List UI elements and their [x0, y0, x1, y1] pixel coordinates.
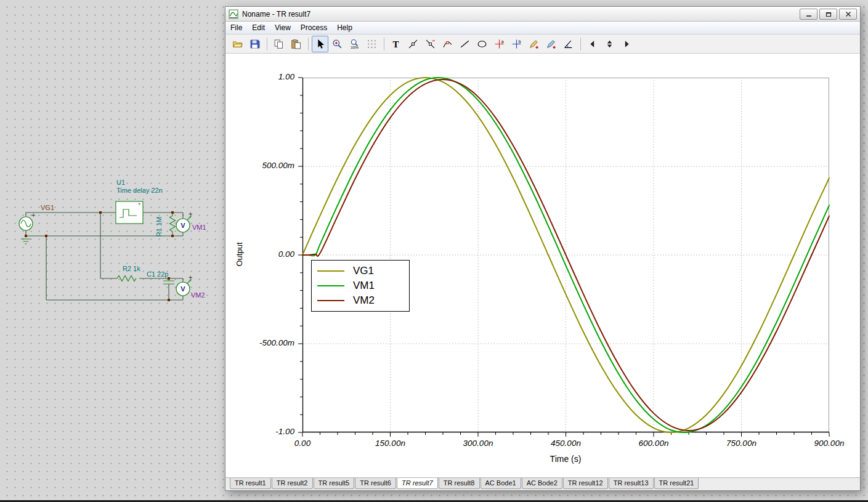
x-tick-label: 300.00n: [450, 439, 506, 448]
app-icon: [229, 9, 238, 19]
capacitor-c1[interactable]: [163, 281, 174, 284]
legend-swatch: [317, 300, 344, 301]
tab-tr-result2[interactable]: TR result2: [272, 478, 313, 489]
plot-area[interactable]: VG1VM1VM2: [302, 78, 829, 432]
label-vm2: VM2: [191, 291, 205, 299]
toggle-grid-button[interactable]: [363, 36, 380, 52]
select-cursor-button[interactable]: [312, 36, 328, 52]
tab-tr-result12[interactable]: TR result12: [563, 478, 608, 489]
y-tick-label: 0.00: [225, 249, 294, 259]
y-tick-label: 1.00: [225, 72, 294, 81]
cursor-b-button[interactable]: [508, 36, 525, 52]
plus-sign: +: [189, 210, 192, 217]
maximize-button[interactable]: [819, 9, 837, 20]
menu-help[interactable]: Help: [332, 22, 357, 33]
maximize-icon: [825, 11, 832, 17]
tangent2-icon: [425, 39, 436, 49]
x-tick-label: 750.00n: [714, 439, 769, 448]
tangent-tool-button[interactable]: [405, 36, 421, 52]
grid-icon: [367, 39, 377, 49]
arrow-right-icon: [622, 39, 632, 49]
marker-tool-button[interactable]: [439, 36, 456, 52]
tab-ac-bode2[interactable]: AC Bode2: [522, 478, 562, 489]
legend-row-vm1: VM1: [312, 278, 409, 293]
copy-button[interactable]: [270, 36, 287, 52]
tab-tr-result5[interactable]: TR result5: [314, 478, 355, 489]
next-curve-button[interactable]: [619, 36, 635, 52]
zoom-100-button[interactable]: [346, 36, 363, 52]
menu-edit[interactable]: Edit: [247, 22, 270, 33]
tangent-icon: [408, 39, 418, 49]
label-u1-ref: U1: [116, 179, 125, 186]
y-tick-label: 500.00m: [225, 161, 294, 170]
x-tick-label: 900.00n: [801, 439, 857, 448]
text-icon: [391, 39, 401, 49]
axis-b-icon: [511, 39, 522, 49]
open-button[interactable]: [229, 36, 246, 52]
tab-tr-result1[interactable]: TR result1: [230, 478, 271, 489]
paste-button[interactable]: [288, 36, 304, 52]
cursor-a-button[interactable]: [491, 36, 508, 52]
edit-curve-button[interactable]: [543, 36, 559, 52]
menu-process[interactable]: Process: [296, 22, 332, 33]
close-button[interactable]: [839, 9, 857, 20]
slope-tool-button[interactable]: [560, 36, 577, 52]
curve-spinner-button[interactable]: [601, 36, 618, 52]
pen-plus-icon: [529, 39, 539, 49]
x-tick-label: 0.00: [275, 439, 330, 448]
menu-view[interactable]: View: [270, 22, 296, 33]
label-r2: R2 1k: [123, 265, 140, 272]
x-axis-title: Time (s): [529, 454, 602, 464]
ellipse-tool-button[interactable]: [474, 36, 490, 52]
legend-label: VM1: [353, 280, 375, 292]
y-tick-label: -1.00: [225, 427, 294, 436]
window-titlebar[interactable]: Noname - TR result7: [225, 7, 860, 22]
minimize-button[interactable]: [800, 9, 817, 20]
tab-tr-result8[interactable]: TR result8: [439, 478, 480, 489]
meter-v-symbol: V: [180, 222, 185, 229]
tab-tr-result13[interactable]: TR result13: [609, 478, 654, 489]
circuit-schematic[interactable]: + + + * VG1 U1 Time delay 22n R1 1M VM1 …: [0, 0, 225, 502]
tab-ac-bode1[interactable]: AC Bode1: [481, 478, 521, 489]
label-u1-value: Time delay 22n: [116, 187, 163, 194]
tab-tr-result21[interactable]: TR result21: [654, 478, 699, 489]
save-button[interactable]: [246, 36, 263, 52]
label-vg1: VG1: [41, 204, 54, 211]
save-icon: [249, 39, 260, 49]
pen-edit-icon: [546, 39, 556, 49]
plot-window: Noname - TR result7 FileEditViewProcessH…: [225, 6, 861, 491]
meter-v-symbol: V: [180, 285, 185, 293]
secant-tool-button[interactable]: [422, 36, 439, 52]
line-icon: [460, 39, 470, 49]
toolbar-separator: [580, 38, 581, 51]
axis-a-icon: [494, 39, 505, 49]
plot-canvas: [302, 78, 829, 432]
tab-tr-result7[interactable]: TR result7: [397, 478, 438, 489]
legend-label: VG1: [353, 265, 374, 277]
zoom-in-button[interactable]: [329, 36, 346, 52]
resistor-r1[interactable]: [170, 213, 176, 236]
cursor-icon: [315, 39, 325, 49]
plus-sign: +: [31, 211, 35, 219]
toolbar-separator: [308, 38, 309, 51]
result-tabs: TR result1TR result2TR result5TR result6…: [225, 477, 860, 490]
copy-icon: [274, 39, 284, 49]
resistor-r2[interactable]: [117, 276, 136, 281]
window-title: Noname - TR result7: [242, 10, 798, 18]
x-tick-label: 600.00n: [626, 439, 681, 448]
menu-file[interactable]: File: [225, 22, 247, 33]
minimize-icon: [805, 11, 813, 17]
ellipse-icon: [477, 39, 487, 49]
add-curve-button[interactable]: [525, 36, 542, 52]
ground-icon: [21, 239, 31, 244]
line-tool-button[interactable]: [456, 36, 473, 52]
tab-tr-result6[interactable]: TR result6: [355, 478, 396, 489]
y-tick-label: -500.00m: [225, 338, 294, 347]
label-r1: R1 1M: [155, 217, 163, 237]
open-folder-icon: [232, 39, 243, 49]
chart-area: Output Time (s) VG1VM1VM2 1.00500.00m0.0…: [225, 54, 860, 477]
prev-curve-button[interactable]: [584, 36, 601, 52]
legend[interactable]: VG1VM1VM2: [311, 260, 410, 312]
toolbar-separator: [384, 38, 384, 51]
insert-text-button[interactable]: [387, 36, 404, 52]
